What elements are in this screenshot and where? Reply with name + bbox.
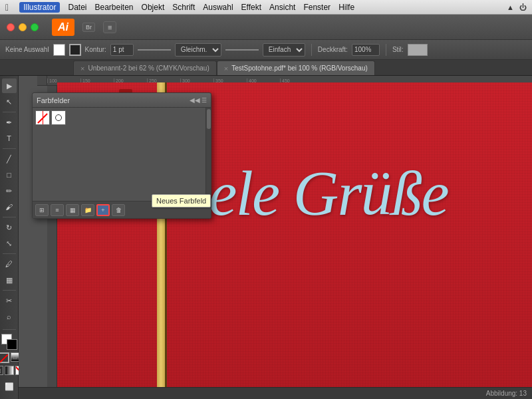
- stroke-style-preview: [138, 49, 171, 51]
- menubar-fenster[interactable]: Fenster: [303, 3, 331, 12]
- panel-collapse-icon[interactable]: ◀◀: [190, 96, 200, 105]
- swatch-none[interactable]: [35, 110, 50, 125]
- paint-icon: ✏: [6, 187, 12, 196]
- divider-2: [386, 44, 386, 56]
- show-swatch-kinds-button[interactable]: ⊞: [35, 204, 49, 216]
- panel-menu-icon[interactable]: ☰: [201, 97, 207, 104]
- menubar-ansicht[interactable]: Ansicht: [269, 3, 295, 12]
- stroke-end-preview: [225, 49, 259, 51]
- traffic-lights: [7, 23, 39, 31]
- tool-scale[interactable]: ⤡: [2, 236, 17, 251]
- tab-label-2: TestSpotohne.pdf* bei 100 % (RGB/Vorscha…: [231, 65, 368, 72]
- tool-select[interactable]: ▶: [2, 78, 17, 93]
- deckkraft-label: Deckkraft:: [318, 46, 348, 53]
- canvas-area[interactable]: 100 150 200 250 300 350 400 450 Viele Gr…: [19, 76, 532, 399]
- stroke-style-select[interactable]: Gleichm.: [175, 43, 221, 57]
- no-color-icon[interactable]: [0, 352, 9, 363]
- main-layout: ▶ ↖ ✒ T ╱ □ ✏ 🖌 ↻ ⤡: [0, 76, 532, 399]
- scrollbar-thumb[interactable]: [207, 109, 211, 129]
- tool-chart[interactable]: ▦: [2, 273, 17, 287]
- tool-rect[interactable]: □: [2, 168, 17, 182]
- scissors-icon: ✂: [6, 297, 12, 305]
- main-text: Viele Grüße: [160, 162, 532, 225]
- tool-paint[interactable]: ✏: [2, 184, 17, 198]
- menubar-schrift[interactable]: Schrift: [172, 3, 195, 12]
- zoom-icon: ⌕: [7, 313, 11, 321]
- apple-menu[interactable]: : [5, 2, 9, 13]
- tool-scissors[interactable]: ✂: [2, 293, 17, 308]
- fg-bg-colors[interactable]: [1, 334, 17, 350]
- close-button[interactable]: [7, 23, 15, 31]
- eyedropper-icon: 🖊: [5, 260, 13, 268]
- gradient-icon[interactable]: [5, 366, 14, 375]
- toolbar-separator-4: [3, 253, 16, 254]
- tool-pen[interactable]: ✒: [2, 115, 17, 130]
- maximize-button[interactable]: [31, 23, 39, 31]
- menubar-effekt[interactable]: Effekt: [241, 3, 261, 12]
- tool-brush[interactable]: 🖌: [2, 200, 17, 214]
- swatch-grid-view-button[interactable]: ▦: [66, 204, 79, 216]
- tab-testspot[interactable]: × TestSpotohne.pdf* bei 100 % (RGB/Vorsc…: [217, 61, 375, 75]
- menubar-right: ▲ ⏻: [507, 3, 527, 11]
- kontur-input[interactable]: [110, 44, 134, 56]
- tab-label-1: Unbenannt-2 bei 62 % (CMYK/Vorschau): [88, 65, 209, 72]
- battery-icon: ⏻: [519, 3, 527, 11]
- wifi-icon: ▲: [507, 3, 514, 11]
- rotate-icon: ↻: [6, 223, 12, 232]
- selection-label: Keine Auswahl: [5, 46, 49, 53]
- tool-type[interactable]: T: [2, 131, 17, 146]
- swatch-list-view-button[interactable]: ≡: [51, 204, 64, 216]
- tool-zoom[interactable]: ⌕: [2, 309, 17, 324]
- swatch-register[interactable]: [51, 110, 66, 125]
- select-icon: ▶: [7, 82, 12, 90]
- tool-eyedropper[interactable]: 🖊: [2, 257, 17, 271]
- tooltip: Neues Farbfeld: [152, 194, 211, 207]
- stroke-end-select[interactable]: Einfach: [263, 43, 305, 57]
- fill-color-box[interactable]: [53, 44, 65, 56]
- panel-controls: ◀◀ ☰: [190, 96, 207, 105]
- brush-icon: 🖌: [5, 203, 13, 211]
- tool-line[interactable]: ╱: [2, 152, 17, 166]
- minimize-button[interactable]: [19, 23, 27, 31]
- toolbar-separator-6: [3, 329, 16, 330]
- delete-swatch-button[interactable]: 🗑: [112, 204, 125, 216]
- stroke-color-box[interactable]: [69, 44, 81, 56]
- panel-scrollbar[interactable]: [205, 108, 211, 201]
- tool-rotate[interactable]: ↻: [2, 220, 17, 235]
- left-toolbar: ▶ ↖ ✒ T ╱ □ ✏ 🖌 ↻ ⤡: [0, 76, 19, 399]
- tooltip-text: Neues Farbfeld: [156, 197, 206, 205]
- tab-close-2[interactable]: ×: [224, 65, 228, 72]
- change-screen-mode[interactable]: ⬜: [2, 379, 17, 394]
- menubar-illustrator[interactable]: Illustrator: [19, 2, 60, 13]
- view-controls: ≡: [103, 21, 116, 33]
- br-badge[interactable]: Br: [82, 23, 95, 32]
- menubar-bearbeiten[interactable]: Bearbeiten: [95, 3, 134, 12]
- toolbar-separator-5: [3, 290, 16, 291]
- fill-icon[interactable]: ▣: [0, 366, 3, 375]
- options-bar: Keine Auswahl Kontur: Gleichm. Einfach D…: [0, 40, 532, 60]
- menubar-objekt[interactable]: Objekt: [142, 3, 165, 12]
- background-color[interactable]: [7, 339, 17, 350]
- tab-unbenannt[interactable]: × Unbenannt-2 bei 62 % (CMYK/Vorschau): [73, 61, 217, 75]
- title-bar: Ai Br ≡: [0, 15, 532, 40]
- type-icon: T: [7, 134, 11, 142]
- swatch-libraries-button[interactable]: 📁: [81, 204, 94, 216]
- divider-1: [311, 44, 312, 56]
- menubar-datei[interactable]: Datei: [68, 3, 86, 12]
- kontur-label: Kontur:: [85, 46, 106, 53]
- menubar-auswahl[interactable]: Auswahl: [203, 3, 233, 12]
- new-swatch-button[interactable]: +: [96, 204, 110, 216]
- menubar:  Illustrator Datei Bearbeiten Objekt Sc…: [0, 0, 532, 15]
- scale-icon: ⤡: [6, 239, 12, 248]
- menubar-hilfe[interactable]: Hilfe: [338, 3, 354, 12]
- color-mode-row: □: [0, 352, 20, 363]
- stil-preview[interactable]: [408, 44, 428, 56]
- view-mode-button[interactable]: ≡: [103, 21, 116, 33]
- panel-title-bar[interactable]: Farbfelder ◀◀ ☰: [33, 93, 211, 108]
- stil-label: Stil:: [392, 46, 404, 53]
- tool-direct-select[interactable]: ↖: [2, 94, 17, 109]
- tab-close-1[interactable]: ×: [80, 65, 84, 72]
- status-text: Abbildung: 13: [486, 390, 527, 397]
- ruler-corner: [37, 76, 47, 86]
- deckkraft-input[interactable]: [352, 44, 380, 56]
